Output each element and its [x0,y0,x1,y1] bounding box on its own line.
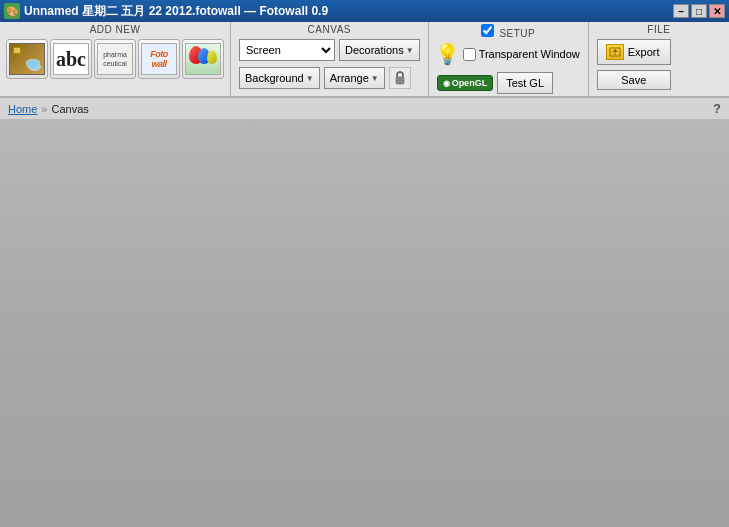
transparent-window-label[interactable]: Transparent Window [463,48,580,61]
toolbar-row: ADD NEW abc pharma ceutic [0,22,729,97]
breadcrumb-bar: Home » Canvas ? [0,98,729,120]
background-label: Background [245,72,304,84]
file-controls: Export Save [597,39,721,90]
decorations-button[interactable]: Decorations ▼ [339,39,420,61]
setup-title: SETUP [437,24,580,39]
add-text-button[interactable]: abc [50,39,92,79]
app-icon: 🎨 [4,3,20,19]
save-button[interactable]: Save [597,70,671,90]
export-label: Export [628,46,660,58]
export-icon [606,44,624,60]
arrange-label: Arrange [330,72,369,84]
bulb-icon: 💡 [437,43,459,65]
add-new-title: ADD NEW [6,24,224,35]
add-word-button[interactable]: pharma ceutical [94,39,136,79]
setup-section: SETUP 💡 Transparent Window ◉ OpenGL Test… [429,22,589,96]
screen-select[interactable]: Screen [239,39,335,61]
lock-icon[interactable] [389,67,411,89]
arrange-button[interactable]: Arrange ▼ [324,67,385,89]
sun-decoration [29,63,41,71]
file-title: FILE [597,24,721,35]
opengl-icon: ◉ [443,79,450,88]
add-new-buttons: abc pharma ceutical Fotowall [6,39,224,79]
add-new-section: ADD NEW abc pharma ceutic [0,22,231,96]
toolbar: ADD NEW abc pharma ceutic [0,22,729,98]
breadcrumb-home[interactable]: Home [8,103,37,115]
breadcrumb-current: Canvas [51,103,88,115]
export-svg [609,47,621,57]
help-button[interactable]: ? [713,101,721,116]
window-title: Unnamed 星期二 五月 22 2012.fotowall — Fotowa… [24,3,328,20]
opengl-label: OpenGL [452,78,488,88]
restore-button[interactable]: □ [691,4,707,18]
background-arrow: ▼ [306,74,314,83]
add-fotowall-button[interactable]: Fotowall [138,39,180,79]
add-live-button[interactable] [182,39,224,79]
canvas-row1: Screen Decorations ▼ [239,39,420,61]
title-bar: 🎨 Unnamed 星期二 五月 22 2012.fotowall — Foto… [0,0,729,22]
test-gl-button[interactable]: Test GL [497,72,553,94]
window-controls: – □ ✕ [673,4,725,18]
setup-checkbox[interactable] [481,24,494,37]
minimize-button[interactable]: – [673,4,689,18]
svg-rect-0 [396,77,404,84]
canvas-controls: Screen Decorations ▼ Background ▼ Arrang… [239,39,420,89]
file-section: FILE Export Save [589,22,729,96]
fotowall-icon: Fotowall [141,43,177,75]
balloon-yellow [207,50,217,64]
decorations-arrow: ▼ [406,46,414,55]
setup-row2: ◉ OpenGL Test GL [437,72,580,94]
transparent-window-checkbox[interactable] [463,48,476,61]
add-photo-button[interactable] [6,39,48,79]
main-canvas[interactable] [0,120,729,527]
live-icon [185,43,221,75]
text-icon: abc [53,43,89,75]
title-bar-left: 🎨 Unnamed 星期二 五月 22 2012.fotowall — Foto… [4,3,328,20]
export-button[interactable]: Export [597,39,671,65]
decorations-label: Decorations [345,44,404,56]
canvas-title: CANVAS [239,24,420,35]
setup-controls: 💡 Transparent Window ◉ OpenGL Test GL [437,43,580,94]
photo-icon [9,43,45,75]
opengl-badge[interactable]: ◉ OpenGL [437,75,494,91]
close-button[interactable]: ✕ [709,4,725,18]
canvas-section: CANVAS Screen Decorations ▼ Background ▼ [231,22,429,96]
word-icon: pharma ceutical [97,43,133,75]
breadcrumb-separator: » [41,103,47,115]
arrange-arrow: ▼ [371,74,379,83]
lock-svg [394,71,406,85]
canvas-row2: Background ▼ Arrange ▼ [239,67,420,89]
setup-row1: 💡 Transparent Window [437,43,580,65]
photo-decoration [13,47,21,54]
breadcrumb-content: Home » Canvas [8,103,89,115]
background-button[interactable]: Background ▼ [239,67,320,89]
